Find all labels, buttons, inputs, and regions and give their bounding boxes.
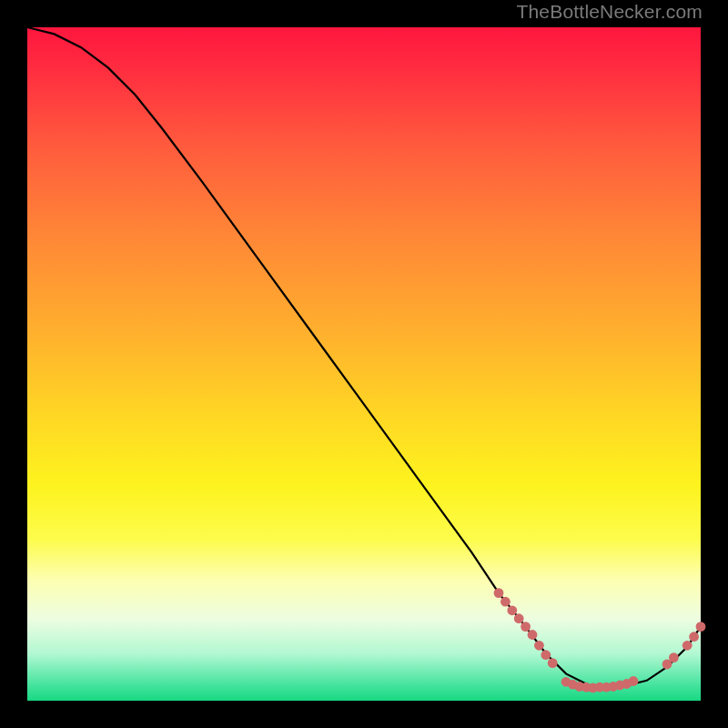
data-point xyxy=(541,650,551,660)
data-point xyxy=(689,632,699,642)
data-point xyxy=(494,588,504,598)
chart-frame: TheBottleNecker.com xyxy=(0,0,728,728)
data-point xyxy=(548,658,558,668)
bottleneck-curve xyxy=(27,27,701,687)
data-point xyxy=(696,622,706,632)
data-point xyxy=(629,676,639,686)
data-point xyxy=(500,597,511,607)
data-point xyxy=(682,641,693,651)
plot-overlay xyxy=(27,27,701,701)
data-point xyxy=(507,605,517,615)
data-point xyxy=(521,622,531,632)
data-point xyxy=(669,652,679,662)
data-point xyxy=(528,630,538,640)
data-point xyxy=(534,641,544,651)
marker-group xyxy=(494,588,706,693)
data-point xyxy=(514,613,524,623)
attribution-label: TheBottleNecker.com xyxy=(516,1,703,23)
